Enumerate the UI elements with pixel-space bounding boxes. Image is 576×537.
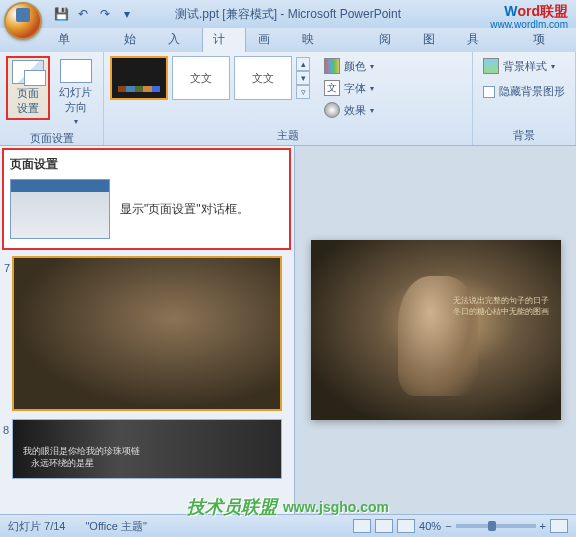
chevron-down-icon: ▾ bbox=[551, 62, 555, 71]
zoom-level: 40% bbox=[419, 520, 441, 532]
group-themes: 文文 文文 ▴ ▾ ▿ 颜色▾ 文字体▾ 效果▾ 主题 bbox=[104, 52, 473, 145]
fonts-icon: 文 bbox=[324, 80, 340, 96]
tooltip-page-setup: 页面设置 显示"页面设置"对话框。 bbox=[2, 148, 291, 250]
slide-editor[interactable]: 无法说出完整的句子的日子 冬日的糖心桔中无能的图画 bbox=[295, 146, 576, 514]
tooltip-description: 显示"页面设置"对话框。 bbox=[120, 201, 249, 218]
slide-canvas[interactable]: 无法说出完整的句子的日子 冬日的糖心桔中无能的图画 bbox=[311, 240, 561, 420]
thumbnail-caption: 永远环绕的是星 bbox=[31, 457, 94, 470]
save-icon[interactable]: 💾 bbox=[52, 5, 70, 23]
chevron-down-icon: ▾ bbox=[74, 117, 78, 126]
gallery-down-icon[interactable]: ▾ bbox=[296, 71, 310, 85]
undo-icon[interactable]: ↶ bbox=[74, 5, 92, 23]
colors-icon bbox=[324, 58, 340, 74]
zoom-slider[interactable] bbox=[456, 524, 536, 528]
group-background: 背景样式▾ 隐藏背景图形 背景 bbox=[473, 52, 576, 145]
ribbon-tabs: 经典菜单 开始 插入 设计 动画 幻灯片放映 审阅 视图 开发工具 加载项 bbox=[0, 28, 576, 52]
themes-gallery: 文文 文文 ▴ ▾ ▿ bbox=[110, 56, 310, 100]
slide-thumbnail-8[interactable]: 8 我的眼泪是你给我的珍珠项链 永远环绕的是星 bbox=[12, 419, 282, 479]
ribbon: 页面 设置 幻灯片 方向 ▾ 页面设置 文文 文文 ▴ ▾ ▿ bbox=[0, 52, 576, 146]
theme-effects-button[interactable]: 效果▾ bbox=[320, 100, 378, 120]
chevron-down-icon: ▾ bbox=[370, 62, 374, 71]
gallery-up-icon[interactable]: ▴ bbox=[296, 57, 310, 71]
watermark-bottom: 技术员联盟 www.jsgho.com bbox=[187, 495, 389, 519]
title-bar: 💾 ↶ ↷ ▾ 测试.ppt [兼容模式] - Microsoft PowerP… bbox=[0, 0, 576, 28]
qat-dropdown-icon[interactable]: ▾ bbox=[118, 5, 136, 23]
theme-fonts-button[interactable]: 文字体▾ bbox=[320, 78, 378, 98]
slide-image-content bbox=[398, 276, 478, 396]
status-theme-name: "Office 主题" bbox=[85, 519, 146, 534]
workspace: 页面设置 显示"页面设置"对话框。 7 8 我的眼泪是你给我的珍珠项链 永远环绕… bbox=[0, 146, 576, 514]
group-label-background: 背景 bbox=[479, 126, 569, 143]
orientation-icon bbox=[60, 59, 92, 83]
fit-window-button[interactable] bbox=[550, 519, 568, 533]
slide-orientation-button[interactable]: 幻灯片 方向 ▾ bbox=[54, 56, 97, 129]
theme-thumbnail[interactable] bbox=[110, 56, 168, 100]
thumbnail-number: 8 bbox=[3, 424, 9, 436]
normal-view-button[interactable] bbox=[353, 519, 371, 533]
tooltip-title: 页面设置 bbox=[10, 156, 283, 173]
background-styles-button[interactable]: 背景样式▾ bbox=[479, 56, 559, 76]
checkbox-icon bbox=[483, 86, 495, 98]
office-button[interactable] bbox=[4, 2, 42, 40]
slide-text: 无法说出完整的句子的日子 冬日的糖心桔中无能的图画 bbox=[453, 295, 549, 317]
effects-icon bbox=[324, 102, 340, 118]
background-styles-icon bbox=[483, 58, 499, 74]
zoom-out-button[interactable]: − bbox=[445, 520, 451, 532]
page-setup-icon bbox=[12, 60, 44, 84]
chevron-down-icon: ▾ bbox=[370, 84, 374, 93]
slide-thumbnail-7[interactable]: 7 bbox=[12, 256, 282, 411]
slide-thumbnail-panel: 页面设置 显示"页面设置"对话框。 7 8 我的眼泪是你给我的珍珠项链 永远环绕… bbox=[0, 146, 295, 514]
redo-icon[interactable]: ↷ bbox=[96, 5, 114, 23]
theme-colors-button[interactable]: 颜色▾ bbox=[320, 56, 378, 76]
gallery-more-icon[interactable]: ▿ bbox=[296, 85, 310, 99]
group-label-themes: 主题 bbox=[110, 126, 466, 143]
chevron-down-icon: ▾ bbox=[370, 106, 374, 115]
watermark-top: Word联盟 www.wordlm.com bbox=[490, 4, 568, 30]
slideshow-view-button[interactable] bbox=[397, 519, 415, 533]
window-title: 测试.ppt [兼容模式] - Microsoft PowerPoint bbox=[175, 6, 401, 23]
tooltip-preview-image bbox=[10, 179, 110, 239]
hide-background-checkbox[interactable]: 隐藏背景图形 bbox=[479, 82, 569, 101]
page-setup-button[interactable]: 页面 设置 bbox=[6, 56, 50, 120]
zoom-in-button[interactable]: + bbox=[540, 520, 546, 532]
theme-thumbnail[interactable]: 文文 bbox=[172, 56, 230, 100]
theme-thumbnail[interactable]: 文文 bbox=[234, 56, 292, 100]
quick-access-toolbar: 💾 ↶ ↷ ▾ bbox=[52, 5, 136, 23]
thumbnail-number: 7 bbox=[4, 262, 10, 274]
status-slide-number: 幻灯片 7/14 bbox=[8, 519, 65, 534]
group-label-page-setup: 页面设置 bbox=[6, 129, 97, 146]
group-page-setup: 页面 设置 幻灯片 方向 ▾ 页面设置 bbox=[0, 52, 104, 145]
sorter-view-button[interactable] bbox=[375, 519, 393, 533]
gallery-scroll: ▴ ▾ ▿ bbox=[296, 57, 310, 99]
